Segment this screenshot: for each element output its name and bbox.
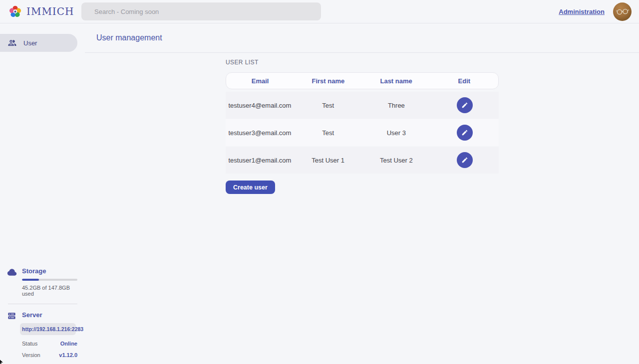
table-row: testuser4@email.com Test Three bbox=[226, 92, 499, 119]
server-version-row: Version v1.12.0 bbox=[0, 352, 85, 358]
sidebar-divider bbox=[8, 304, 77, 304]
status-label: Status bbox=[22, 341, 37, 347]
edit-user-button[interactable] bbox=[457, 97, 473, 113]
immich-logo[interactable]: IMMICH bbox=[0, 5, 85, 18]
col-header-last-name: Last name bbox=[362, 77, 430, 85]
table-header: Email First name Last name Edit bbox=[226, 72, 499, 89]
server-status-row: Status Online bbox=[0, 341, 85, 347]
edit-user-button[interactable] bbox=[457, 152, 473, 168]
cloud-icon bbox=[7, 267, 17, 279]
server-section: Server bbox=[0, 311, 85, 319]
storage-progress-track bbox=[22, 279, 77, 281]
table-row: testuser3@email.com Test User 3 bbox=[226, 119, 499, 146]
cell-email: testuser1@email.com bbox=[226, 157, 294, 164]
col-header-email: Email bbox=[226, 77, 294, 85]
server-title: Server bbox=[22, 311, 77, 319]
cell-last-name: Test User 2 bbox=[362, 157, 431, 164]
sidebar-item-label: User bbox=[23, 39, 37, 47]
section-label: USER LIST bbox=[226, 59, 639, 66]
pencil-icon bbox=[461, 102, 468, 109]
navbar-right: Administration bbox=[559, 2, 639, 21]
cell-last-name: Three bbox=[362, 102, 431, 109]
edit-user-button[interactable] bbox=[457, 125, 473, 141]
col-header-first-name: First name bbox=[294, 77, 362, 85]
pencil-icon bbox=[461, 129, 468, 136]
create-user-button[interactable]: Create user bbox=[226, 181, 275, 194]
status-value: Online bbox=[60, 341, 77, 347]
content-area: USER LIST Email First name Last name Edi… bbox=[85, 53, 639, 194]
user-avatar[interactable] bbox=[613, 2, 632, 21]
server-url-badge: http://192.168.1.216:2283 bbox=[20, 323, 76, 335]
cell-email: testuser3@email.com bbox=[226, 129, 294, 137]
cell-first-name: Test User 1 bbox=[294, 157, 362, 164]
glasses-icon bbox=[616, 8, 629, 15]
storage-title: Storage bbox=[22, 267, 77, 275]
storage-progress-fill bbox=[22, 279, 39, 281]
immich-flower-icon bbox=[8, 5, 22, 18]
sidebar: User Storage 45.2GB of 147.8GB used bbox=[0, 23, 85, 364]
top-navbar: IMMICH Administration bbox=[0, 0, 639, 23]
logo-text: IMMICH bbox=[26, 5, 74, 17]
page-title: User management bbox=[96, 33, 162, 42]
storage-section: Storage 45.2GB of 147.8GB used bbox=[0, 267, 85, 297]
storage-usage-text: 45.2GB of 147.8GB used bbox=[22, 285, 77, 297]
sidebar-bottom: Storage 45.2GB of 147.8GB used Server bbox=[0, 267, 85, 358]
sidebar-item-user[interactable]: User bbox=[0, 34, 77, 52]
table-row: testuser1@email.com Test User 1 Test Use… bbox=[226, 147, 499, 174]
search-input[interactable] bbox=[81, 2, 321, 20]
cell-email: testuser4@email.com bbox=[226, 102, 294, 109]
users-icon bbox=[7, 38, 17, 48]
cell-first-name: Test bbox=[294, 102, 362, 109]
server-icon bbox=[7, 311, 16, 323]
cell-last-name: User 3 bbox=[362, 129, 431, 137]
col-header-edit: Edit bbox=[430, 77, 498, 85]
cell-first-name: Test bbox=[294, 129, 362, 137]
version-label: Version bbox=[22, 352, 40, 358]
version-value: v1.12.0 bbox=[59, 352, 77, 358]
title-bar: User management bbox=[85, 23, 639, 53]
main-content: User management USER LIST Email First na… bbox=[85, 23, 639, 364]
user-table: Email First name Last name Edit testuser… bbox=[226, 72, 499, 174]
pencil-icon bbox=[461, 157, 468, 164]
administration-link[interactable]: Administration bbox=[559, 8, 605, 15]
